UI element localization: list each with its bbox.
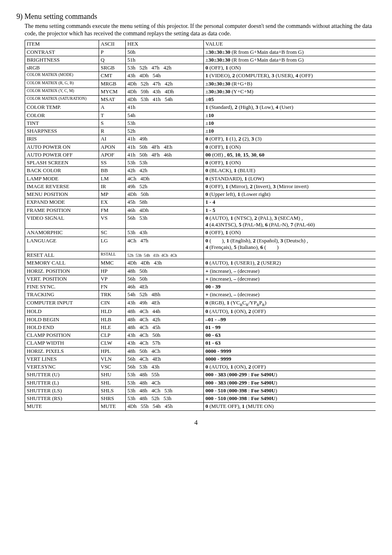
table-row: SHUTTER (U)SHU53h 48h 55h000 - 383 (000-… bbox=[25, 371, 376, 379]
cell-hex: 54h 52h 4Bh bbox=[126, 291, 204, 299]
table-row: HOLD BEGINHLB48h 4Ch 42h–01 - –99 bbox=[25, 315, 376, 323]
table-row: COLOR MATRIX (Y, C, M)MYCM4Dh 59h 43h 4D… bbox=[25, 88, 376, 95]
cell-ascii: MMC bbox=[99, 259, 126, 267]
cell-hex: 41h 50h 4Fh 4Eh bbox=[126, 143, 204, 151]
header-value: VALUE bbox=[204, 40, 376, 48]
table-row: MUTEMUTE4Dh 55h 54h 45h0 (MUTE OFF), 1 (… bbox=[25, 403, 376, 410]
cell-item: SHUTTER (RS) bbox=[25, 395, 99, 403]
table-row: LAMP MODELM4Ch 4Dh0 (STANDARD), 1 (LOW) bbox=[25, 175, 376, 182]
cell-hex: 53h 48h 55h bbox=[126, 371, 204, 379]
cell-hex: 4Dh 59h 43h 4Dh bbox=[126, 88, 204, 95]
cell-ascii: SHU bbox=[99, 371, 126, 379]
cell-value: 00 - 63 bbox=[204, 332, 376, 339]
intro-paragraph: The menu setting commands execute the me… bbox=[25, 23, 376, 37]
cell-hex: 4Ch 4Dh bbox=[126, 175, 204, 182]
cell-item: HOLD END bbox=[25, 323, 99, 331]
cell-hex: 52h bbox=[126, 127, 204, 135]
table-row: COLOR MATRIX (SATURATION)MSAT4Dh 53h 41h… bbox=[25, 96, 376, 104]
cell-ascii: VS bbox=[99, 214, 126, 229]
cell-ascii: EX bbox=[99, 198, 126, 206]
cell-hex: 48h 50h bbox=[126, 267, 204, 275]
cell-hex: 53h 48h 4Ch 53h bbox=[126, 387, 204, 394]
table-row: FRAME POSITIONFM46h 4Dh1 - 5 bbox=[25, 206, 376, 214]
table-row: VERT LINESVLN56h 4Ch 4Eh0000 - 9999 bbox=[25, 355, 376, 363]
cell-ascii: HP bbox=[99, 267, 126, 275]
cell-value: 0 (OFF), 1 (ON) bbox=[204, 143, 376, 151]
table-row: CLAMP POSITIONCLP43h 4Ch 50h00 - 63 bbox=[25, 332, 376, 339]
cell-hex: 56h 4Ch 4Eh bbox=[126, 355, 204, 363]
cell-hex: 46h 4Eh bbox=[126, 283, 204, 291]
cell-ascii: CIN bbox=[99, 299, 126, 308]
cell-item: EXPAND MODE bbox=[25, 198, 99, 206]
cell-value: 01 - 99 bbox=[204, 323, 376, 331]
cell-ascii: S bbox=[99, 119, 126, 127]
cell-item: COLOR MATRIX (R, G, B) bbox=[25, 80, 99, 88]
table-row: HOLDHLD48h 4Ch 44h0 (AUTO), 1 (ON), 2 (O… bbox=[25, 308, 376, 315]
cell-value: ±10 bbox=[204, 111, 376, 119]
page-number: 4 bbox=[16, 419, 376, 426]
table-row: ANAMORPHICSC53h 43h0 (OFF), 1 (ON) bbox=[25, 229, 376, 237]
cell-value: ±10 bbox=[204, 127, 376, 135]
cell-ascii: HLE bbox=[99, 323, 126, 331]
cell-value: ±30±30±30 (R+G+B) bbox=[204, 80, 376, 88]
cell-item: LANGUAGE bbox=[25, 237, 99, 251]
cell-hex: 42h 42h bbox=[126, 167, 204, 175]
cell-value: 1 - 4 bbox=[204, 198, 376, 206]
table-row: HORIZ. POSITIONHP48h 50h+ (increase), – … bbox=[25, 267, 376, 275]
cell-ascii: LG bbox=[99, 237, 126, 251]
cell-hex: 48h 4Ch 45h bbox=[126, 323, 204, 331]
cell-hex: 41h 49h bbox=[126, 135, 204, 143]
cell-ascii: CLP bbox=[99, 332, 126, 339]
cell-ascii: SHRS bbox=[99, 395, 126, 403]
table-row: CLAMP WIDTHCLW43h 4Ch 57h01 - 63 bbox=[25, 339, 376, 347]
table-row: VERT. POSITIONVP56h 50h+ (increase), – (… bbox=[25, 275, 376, 283]
cell-item: FINE SYNC. bbox=[25, 283, 99, 291]
cell-item: COLOR bbox=[25, 111, 99, 119]
cell-item: VIDEO SIGNAL bbox=[25, 214, 99, 229]
header-item: ITEM bbox=[25, 40, 99, 48]
cell-item: HOLD bbox=[25, 308, 99, 315]
cell-ascii: R bbox=[99, 127, 126, 135]
cell-value: + (increase), – (decrease) bbox=[204, 291, 376, 299]
cell-item: COMPUTER INPUT bbox=[25, 299, 99, 308]
table-row: LANGUAGELG4Ch 47h0 ( ), 1 (English), 2 (… bbox=[25, 237, 376, 251]
cell-item: COLOR MATRIX (MODE) bbox=[25, 72, 99, 80]
cell-hex: 41h 50h 4Fh 46h bbox=[126, 151, 204, 159]
cell-ascii: VSC bbox=[99, 363, 126, 371]
cell-item: AUTO POWER ON bbox=[25, 143, 99, 151]
header-hex: HEX bbox=[126, 40, 204, 48]
cell-hex: 53h 48h 52h 53h bbox=[126, 395, 204, 403]
cell-hex: 48h 4Ch 44h bbox=[126, 308, 204, 315]
section-heading: 9) Menu setting commands bbox=[16, 12, 376, 21]
cell-item: VERT LINES bbox=[25, 355, 99, 363]
cell-value: 000 - 510 (000-398 : For S490U) bbox=[204, 395, 376, 403]
table-row: SHUTTER (LS)SHLS53h 48h 4Ch 53h000 - 510… bbox=[25, 387, 376, 394]
table-row: BRIGHTNESSQ51h±30±30±30 (R from G+Main d… bbox=[25, 56, 376, 64]
cell-ascii: A bbox=[99, 104, 126, 111]
cell-hex: 43h 4Ch 57h bbox=[126, 339, 204, 347]
cell-value: ±30±30±30 (R from G+Main data+B from G) bbox=[204, 48, 376, 56]
cell-item: SHUTTER (L) bbox=[25, 379, 99, 387]
cell-item: MEMORY CALL bbox=[25, 259, 99, 267]
cell-value: 01 - 63 bbox=[204, 339, 376, 347]
cell-value: 0 (OFF), 1 (1), 2 (2), 3 (3) bbox=[204, 135, 376, 143]
cell-value: 0 (OFF), 1 (Mirror), 2 (Invert), 3 (Mirr… bbox=[204, 182, 376, 190]
table-row: AUTO POWER ONAPON41h 50h 4Fh 4Eh0 (OFF),… bbox=[25, 143, 376, 151]
cell-hex: 56h 50h bbox=[126, 275, 204, 283]
cell-item: SHUTTER (LS) bbox=[25, 387, 99, 394]
cell-hex: 41h bbox=[126, 104, 204, 111]
cell-value: + (increase), – (decrease) bbox=[204, 275, 376, 283]
cell-item: MENU POSITION bbox=[25, 191, 99, 198]
cell-item: FRAME POSITION bbox=[25, 206, 99, 214]
table-row: COLOR TEMP.A41h1 (Standard), 2 (High), 3… bbox=[25, 104, 376, 111]
table-row: TRACKINGTRK54h 52h 4Bh+ (increase), – (d… bbox=[25, 291, 376, 299]
table-row: VERT.SYNCVSC56h 53h 43h0 (AUTO), 1 (ON),… bbox=[25, 363, 376, 371]
cell-hex: 43h 4Dh 54h bbox=[126, 72, 204, 80]
cell-ascii: SHLS bbox=[99, 387, 126, 394]
cell-item: SHUTTER (U) bbox=[25, 371, 99, 379]
cell-item: sRGB bbox=[25, 64, 99, 72]
cell-ascii: FM bbox=[99, 206, 126, 214]
cell-value: 0 (AUTO), 1 (ON), 2 (OFF) bbox=[204, 363, 376, 371]
table-row: COLOR MATRIX (MODE)CMT43h 4Dh 54h1 (VIDE… bbox=[25, 72, 376, 80]
cell-item: VERT. POSITION bbox=[25, 275, 99, 283]
